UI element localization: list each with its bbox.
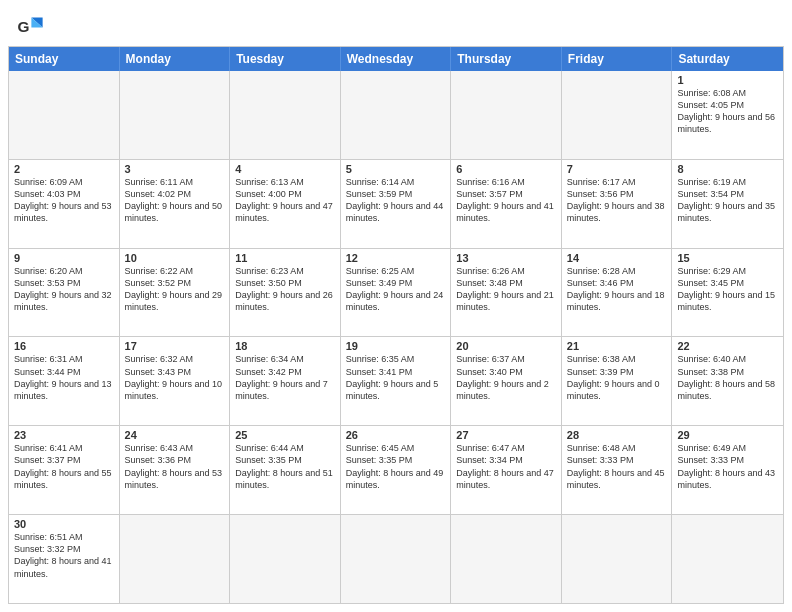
calendar-cell: 26Sunrise: 6:45 AM Sunset: 3:35 PM Dayli… [341,426,452,514]
calendar-cell [451,71,562,159]
calendar-cell: 5Sunrise: 6:14 AM Sunset: 3:59 PM Daylig… [341,160,452,248]
cell-info: Sunrise: 6:35 AM Sunset: 3:41 PM Dayligh… [346,353,446,402]
calendar-cell: 14Sunrise: 6:28 AM Sunset: 3:46 PM Dayli… [562,249,673,337]
calendar-cell: 25Sunrise: 6:44 AM Sunset: 3:35 PM Dayli… [230,426,341,514]
calendar-cell: 7Sunrise: 6:17 AM Sunset: 3:56 PM Daylig… [562,160,673,248]
cell-info: Sunrise: 6:51 AM Sunset: 3:32 PM Dayligh… [14,531,114,580]
cell-number: 26 [346,429,446,441]
cell-number: 29 [677,429,778,441]
calendar-cell: 11Sunrise: 6:23 AM Sunset: 3:50 PM Dayli… [230,249,341,337]
calendar-row: 1Sunrise: 6:08 AM Sunset: 4:05 PM Daylig… [9,71,783,160]
calendar-cell: 13Sunrise: 6:26 AM Sunset: 3:48 PM Dayli… [451,249,562,337]
cell-info: Sunrise: 6:09 AM Sunset: 4:03 PM Dayligh… [14,176,114,225]
col-header-saturday: Saturday [672,47,783,71]
cell-number: 25 [235,429,335,441]
calendar-cell: 3Sunrise: 6:11 AM Sunset: 4:02 PM Daylig… [120,160,231,248]
cell-number: 23 [14,429,114,441]
cell-info: Sunrise: 6:25 AM Sunset: 3:49 PM Dayligh… [346,265,446,314]
calendar-cell: 22Sunrise: 6:40 AM Sunset: 3:38 PM Dayli… [672,337,783,425]
logo: G [16,12,48,40]
cell-info: Sunrise: 6:44 AM Sunset: 3:35 PM Dayligh… [235,442,335,491]
cell-info: Sunrise: 6:38 AM Sunset: 3:39 PM Dayligh… [567,353,667,402]
cell-number: 28 [567,429,667,441]
calendar-cell: 30Sunrise: 6:51 AM Sunset: 3:32 PM Dayli… [9,515,120,603]
calendar-cell: 12Sunrise: 6:25 AM Sunset: 3:49 PM Dayli… [341,249,452,337]
calendar-cell: 21Sunrise: 6:38 AM Sunset: 3:39 PM Dayli… [562,337,673,425]
cell-info: Sunrise: 6:47 AM Sunset: 3:34 PM Dayligh… [456,442,556,491]
cell-number: 20 [456,340,556,352]
calendar-cell: 8Sunrise: 6:19 AM Sunset: 3:54 PM Daylig… [672,160,783,248]
cell-info: Sunrise: 6:32 AM Sunset: 3:43 PM Dayligh… [125,353,225,402]
cell-number: 1 [677,74,778,86]
cell-info: Sunrise: 6:48 AM Sunset: 3:33 PM Dayligh… [567,442,667,491]
cell-info: Sunrise: 6:29 AM Sunset: 3:45 PM Dayligh… [677,265,778,314]
calendar-row: 2Sunrise: 6:09 AM Sunset: 4:03 PM Daylig… [9,160,783,249]
col-header-monday: Monday [120,47,231,71]
cell-number: 2 [14,163,114,175]
calendar-cell [230,515,341,603]
calendar-cell [562,71,673,159]
calendar: SundayMondayTuesdayWednesdayThursdayFrid… [8,46,784,604]
calendar-cell [562,515,673,603]
calendar-row: 30Sunrise: 6:51 AM Sunset: 3:32 PM Dayli… [9,515,783,603]
cell-number: 11 [235,252,335,264]
cell-info: Sunrise: 6:28 AM Sunset: 3:46 PM Dayligh… [567,265,667,314]
cell-number: 8 [677,163,778,175]
calendar-header: SundayMondayTuesdayWednesdayThursdayFrid… [9,47,783,71]
cell-info: Sunrise: 6:20 AM Sunset: 3:53 PM Dayligh… [14,265,114,314]
cell-info: Sunrise: 6:11 AM Sunset: 4:02 PM Dayligh… [125,176,225,225]
cell-info: Sunrise: 6:31 AM Sunset: 3:44 PM Dayligh… [14,353,114,402]
cell-info: Sunrise: 6:23 AM Sunset: 3:50 PM Dayligh… [235,265,335,314]
calendar-cell [120,71,231,159]
col-header-tuesday: Tuesday [230,47,341,71]
cell-number: 16 [14,340,114,352]
cell-number: 30 [14,518,114,530]
calendar-row: 9Sunrise: 6:20 AM Sunset: 3:53 PM Daylig… [9,249,783,338]
col-header-sunday: Sunday [9,47,120,71]
calendar-cell: 20Sunrise: 6:37 AM Sunset: 3:40 PM Dayli… [451,337,562,425]
calendar-body: 1Sunrise: 6:08 AM Sunset: 4:05 PM Daylig… [9,71,783,603]
cell-number: 14 [567,252,667,264]
calendar-cell: 24Sunrise: 6:43 AM Sunset: 3:36 PM Dayli… [120,426,231,514]
calendar-cell [341,515,452,603]
cell-info: Sunrise: 6:34 AM Sunset: 3:42 PM Dayligh… [235,353,335,402]
calendar-cell: 18Sunrise: 6:34 AM Sunset: 3:42 PM Dayli… [230,337,341,425]
cell-info: Sunrise: 6:19 AM Sunset: 3:54 PM Dayligh… [677,176,778,225]
col-header-wednesday: Wednesday [341,47,452,71]
calendar-cell [451,515,562,603]
cell-number: 27 [456,429,556,441]
calendar-cell [9,71,120,159]
calendar-cell: 19Sunrise: 6:35 AM Sunset: 3:41 PM Dayli… [341,337,452,425]
cell-number: 18 [235,340,335,352]
calendar-cell: 10Sunrise: 6:22 AM Sunset: 3:52 PM Dayli… [120,249,231,337]
calendar-cell: 17Sunrise: 6:32 AM Sunset: 3:43 PM Dayli… [120,337,231,425]
calendar-cell: 15Sunrise: 6:29 AM Sunset: 3:45 PM Dayli… [672,249,783,337]
cell-info: Sunrise: 6:26 AM Sunset: 3:48 PM Dayligh… [456,265,556,314]
header: G [0,0,792,46]
calendar-cell: 27Sunrise: 6:47 AM Sunset: 3:34 PM Dayli… [451,426,562,514]
calendar-cell: 2Sunrise: 6:09 AM Sunset: 4:03 PM Daylig… [9,160,120,248]
cell-info: Sunrise: 6:22 AM Sunset: 3:52 PM Dayligh… [125,265,225,314]
cell-info: Sunrise: 6:13 AM Sunset: 4:00 PM Dayligh… [235,176,335,225]
page: G SundayMondayTuesdayWednesdayThursdayFr… [0,0,792,612]
cell-number: 19 [346,340,446,352]
cell-number: 4 [235,163,335,175]
cell-number: 22 [677,340,778,352]
cell-number: 17 [125,340,225,352]
cell-info: Sunrise: 6:41 AM Sunset: 3:37 PM Dayligh… [14,442,114,491]
calendar-cell: 6Sunrise: 6:16 AM Sunset: 3:57 PM Daylig… [451,160,562,248]
svg-text:G: G [17,18,29,35]
cell-number: 6 [456,163,556,175]
calendar-cell: 28Sunrise: 6:48 AM Sunset: 3:33 PM Dayli… [562,426,673,514]
cell-info: Sunrise: 6:08 AM Sunset: 4:05 PM Dayligh… [677,87,778,136]
cell-info: Sunrise: 6:17 AM Sunset: 3:56 PM Dayligh… [567,176,667,225]
calendar-cell [230,71,341,159]
cell-info: Sunrise: 6:16 AM Sunset: 3:57 PM Dayligh… [456,176,556,225]
calendar-cell: 1Sunrise: 6:08 AM Sunset: 4:05 PM Daylig… [672,71,783,159]
col-header-friday: Friday [562,47,673,71]
cell-number: 7 [567,163,667,175]
cell-info: Sunrise: 6:45 AM Sunset: 3:35 PM Dayligh… [346,442,446,491]
cell-info: Sunrise: 6:49 AM Sunset: 3:33 PM Dayligh… [677,442,778,491]
calendar-cell [672,515,783,603]
calendar-cell [120,515,231,603]
